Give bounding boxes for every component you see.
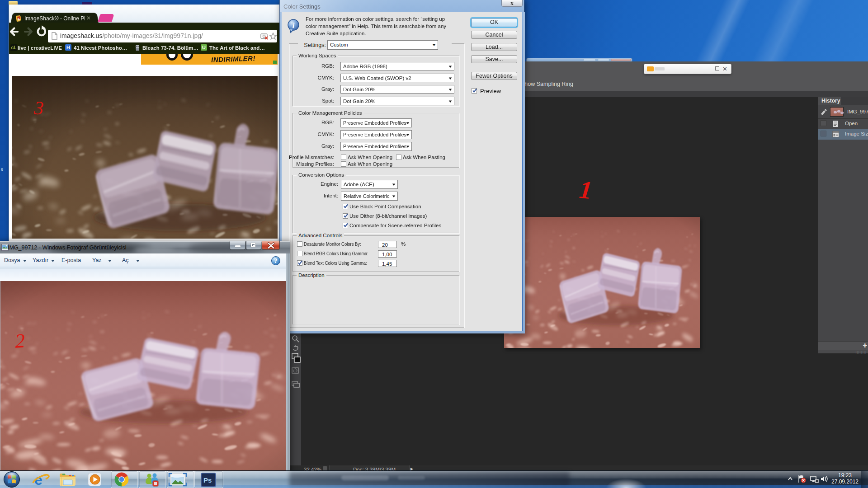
svg-text:i: i bbox=[292, 21, 295, 30]
svg-text:?: ? bbox=[274, 258, 278, 264]
